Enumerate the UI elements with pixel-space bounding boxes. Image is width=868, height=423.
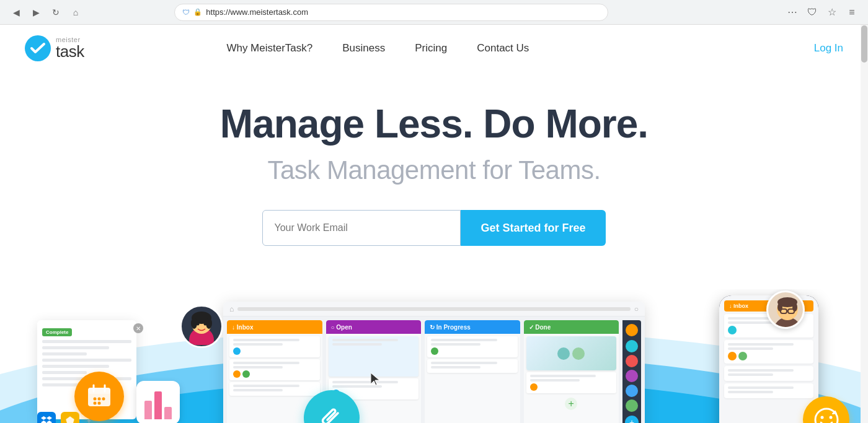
kanban-col-done: ✓ Done [524, 320, 619, 423]
list-item [724, 366, 813, 381]
kanban-columns: ↓ Inbox [223, 316, 645, 423]
svg-marker-30 [41, 416, 46, 420]
avatar-character [180, 305, 223, 348]
forward-button[interactable]: ▶ [27, 4, 45, 21]
sidebar-avatar [626, 324, 638, 336]
navbar: meister task Why MeisterTask? Business P… [0, 25, 868, 71]
back-button[interactable]: ◀ [7, 4, 25, 21]
card-line [530, 379, 580, 382]
card-avatar [728, 326, 737, 334]
get-started-button[interactable]: Get Started for Free [461, 210, 605, 246]
kanban-col-progress-header: ↻ In Progress [425, 320, 520, 334]
card-line [233, 343, 283, 346]
card-line [233, 366, 283, 368]
topbar-bar [237, 307, 631, 311]
card-line [728, 347, 773, 350]
kanban-board: ⌂ ○ ↓ Inbox [223, 302, 645, 423]
task-line [42, 352, 87, 355]
dropbox-icon [37, 412, 56, 423]
table-row [229, 382, 320, 396]
kanban-col-inbox-header: ↓ Inbox [227, 320, 322, 334]
address-bar[interactable]: 🛡 🔒 https://www.meistertask.com [174, 4, 608, 21]
svg-point-9 [204, 323, 207, 326]
email-input[interactable] [262, 210, 461, 246]
table-row [526, 336, 617, 370]
bookmark-button[interactable]: ☆ [823, 4, 841, 21]
hero-section: Manage Less. Do More. Task Management fo… [0, 71, 868, 289]
card-line [728, 321, 773, 324]
list-item [724, 383, 813, 398]
hero-title: Manage Less. Do More. [12, 102, 856, 146]
mini-avatar [431, 347, 438, 355]
svg-point-7 [206, 318, 212, 329]
card-line [728, 386, 794, 389]
plus-icon: + [87, 417, 91, 423]
svg-point-6 [191, 318, 197, 329]
card-avatar-row [233, 347, 316, 355]
card-avatar-row [431, 347, 514, 355]
card-line [431, 343, 480, 346]
nav-pricing[interactable]: Pricing [415, 42, 447, 55]
kanban-topbar: ⌂ ○ [223, 302, 645, 316]
shield-button[interactable]: 🛡 [804, 4, 821, 21]
card-line [728, 343, 794, 346]
mini-avatar [233, 347, 241, 355]
home-button[interactable]: ⌂ [67, 4, 84, 21]
svg-point-23 [792, 303, 797, 312]
svg-marker-33 [46, 421, 52, 423]
card-line [332, 339, 399, 341]
sidebar-avatar [626, 399, 638, 412]
complete-badge: Complete [42, 328, 72, 336]
more-button[interactable]: ⋯ [784, 4, 801, 21]
shield-icon: 🛡 [182, 8, 190, 17]
nav-business[interactable]: Business [342, 42, 385, 55]
table-row [526, 372, 617, 393]
preview-container: ⌂ ○ ↓ Inbox [0, 289, 868, 423]
svg-marker-31 [46, 416, 52, 420]
url-text: https://www.meistertask.com [206, 7, 308, 17]
card-line [431, 366, 480, 368]
refresh-button[interactable]: ↻ [47, 4, 64, 21]
svg-point-29 [829, 416, 832, 419]
mini-avatar [242, 370, 250, 378]
svg-marker-32 [41, 421, 46, 423]
logo[interactable]: meister task [25, 35, 84, 61]
browser-actions: ⋯ 🛡 ☆ ≡ [784, 4, 861, 21]
card-line [728, 391, 773, 393]
kanban-col-open-header: ○ Open [326, 320, 422, 334]
card-line [728, 373, 773, 376]
cta-form: Get Started for Free [248, 210, 620, 246]
sketch-icon [61, 412, 79, 423]
card-line [233, 362, 299, 364]
task-line [42, 365, 109, 368]
login-link[interactable]: Log In [814, 42, 843, 55]
menu-button[interactable]: ≡ [843, 4, 861, 21]
bottom-logos: + [37, 412, 91, 423]
nav-contact[interactable]: Contact Us [477, 42, 529, 55]
lock-icon: 🔒 [193, 8, 202, 16]
kanban-col-progress: ↻ In Progress [425, 320, 520, 423]
svg-point-17 [94, 402, 97, 405]
svg-point-22 [777, 303, 782, 312]
card-avatar [738, 352, 747, 360]
svg-point-18 [98, 402, 101, 405]
svg-marker-35 [66, 416, 74, 423]
add-button[interactable]: + [625, 416, 639, 423]
logo-text-group: meister task [56, 37, 84, 59]
svg-rect-11 [88, 388, 110, 394]
bar-2 [154, 391, 162, 419]
page-wrapper: meister task Why MeisterTask? Business P… [0, 25, 868, 423]
svg-point-15 [98, 398, 101, 401]
logo-task-text: task [56, 43, 84, 59]
table-row [229, 359, 320, 380]
nav-why[interactable]: Why MeisterTask? [226, 42, 312, 55]
svg-point-8 [197, 323, 200, 326]
svg-point-28 [820, 416, 823, 419]
task-line [42, 340, 131, 343]
card-line [728, 369, 794, 372]
logo-icon [25, 35, 51, 61]
card-avatar-row [530, 383, 613, 391]
nav-links: Why MeisterTask? Business Pricing Contac… [226, 42, 529, 55]
svg-point-14 [94, 398, 97, 401]
scrollbar[interactable] [861, 25, 868, 423]
